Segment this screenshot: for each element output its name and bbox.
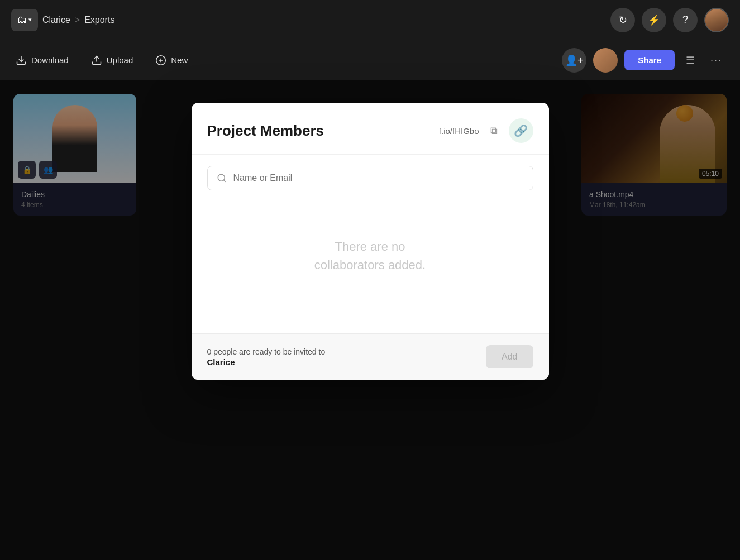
add-member-button[interactable]: 👤+ xyxy=(562,48,586,73)
breadcrumb-separator: > xyxy=(75,15,80,25)
more-icon: ··· xyxy=(710,54,722,65)
refresh-icon: ↻ xyxy=(619,14,627,26)
breadcrumb-section: Exports xyxy=(84,15,114,25)
help-icon: ? xyxy=(682,14,688,26)
user-avatar[interactable] xyxy=(704,8,729,32)
topbar-right: ↻ ⚡ ? xyxy=(610,8,729,32)
search-container[interactable] xyxy=(207,166,533,190)
project-members-modal: Project Members f.io/fHIGbo ⧉ 🔗 xyxy=(192,103,549,380)
get-link-button[interactable]: 🔗 xyxy=(509,118,533,143)
current-user-avatar[interactable] xyxy=(593,48,618,73)
modal-overlay[interactable]: Project Members f.io/fHIGbo ⧉ 🔗 xyxy=(0,80,740,560)
help-button[interactable]: ? xyxy=(673,8,698,32)
add-person-icon: 👤+ xyxy=(565,54,584,66)
avatar-image xyxy=(705,9,728,31)
modal-header: Project Members f.io/fHIGbo ⧉ 🔗 xyxy=(192,103,549,155)
footer-project-name: Clarice xyxy=(207,357,326,367)
toolbar-right: 👤+ Share ☰ ··· xyxy=(562,48,727,73)
logo-icon: 🗂 xyxy=(17,14,27,26)
copy-icon: ⧉ xyxy=(490,125,498,137)
more-options-button[interactable]: ··· xyxy=(706,52,727,68)
new-button[interactable]: New xyxy=(153,50,190,70)
search-icon xyxy=(217,173,227,183)
modal-footer: 0 people are ready to be invited to Clar… xyxy=(192,333,549,380)
refresh-button[interactable]: ↻ xyxy=(610,8,635,32)
footer-info: 0 people are ready to be invited to Clar… xyxy=(207,347,326,367)
toolbar: Download Upload New 👤+ Share ☰ ··· xyxy=(0,40,740,80)
share-button[interactable]: Share xyxy=(624,50,675,70)
upload-button[interactable]: Upload xyxy=(89,50,136,70)
link-icon: 🔗 xyxy=(514,124,528,137)
new-icon xyxy=(155,55,166,66)
upload-icon xyxy=(91,55,102,66)
empty-message-line1: There are nocollaborators added. xyxy=(314,240,426,272)
lightning-icon: ⚡ xyxy=(648,14,660,26)
breadcrumb-project[interactable]: Clarice xyxy=(42,15,70,25)
empty-collaborators-message: There are nocollaborators added. xyxy=(207,204,533,308)
list-view-button[interactable]: ☰ xyxy=(681,52,699,69)
download-button[interactable]: Download xyxy=(13,50,71,70)
lightning-button[interactable]: ⚡ xyxy=(642,8,666,32)
download-icon xyxy=(16,55,27,66)
list-icon: ☰ xyxy=(686,55,695,66)
topbar: 🗂 ▾ Clarice > Exports ↻ ⚡ ? xyxy=(0,0,740,40)
svg-point-1 xyxy=(218,174,225,181)
footer-ready-text: 0 people are ready to be invited to xyxy=(207,347,326,356)
search-input[interactable] xyxy=(233,173,524,183)
topbar-left: 🗂 ▾ Clarice > Exports xyxy=(11,9,610,31)
main-content: 🔒 👥 Dailies 4 items 05:10 a Shoot.mp4 xyxy=(0,80,740,560)
modal-body: There are nocollaborators added. xyxy=(192,155,549,333)
logo-button[interactable]: 🗂 ▾ xyxy=(11,9,38,31)
modal-link-text: f.io/fHIGbo xyxy=(439,126,479,136)
copy-link-button[interactable]: ⧉ xyxy=(488,123,500,139)
dropdown-chevron-icon: ▾ xyxy=(28,16,32,23)
add-button[interactable]: Add xyxy=(486,345,533,368)
breadcrumb: Clarice > Exports xyxy=(42,15,114,25)
modal-title: Project Members xyxy=(207,122,430,140)
